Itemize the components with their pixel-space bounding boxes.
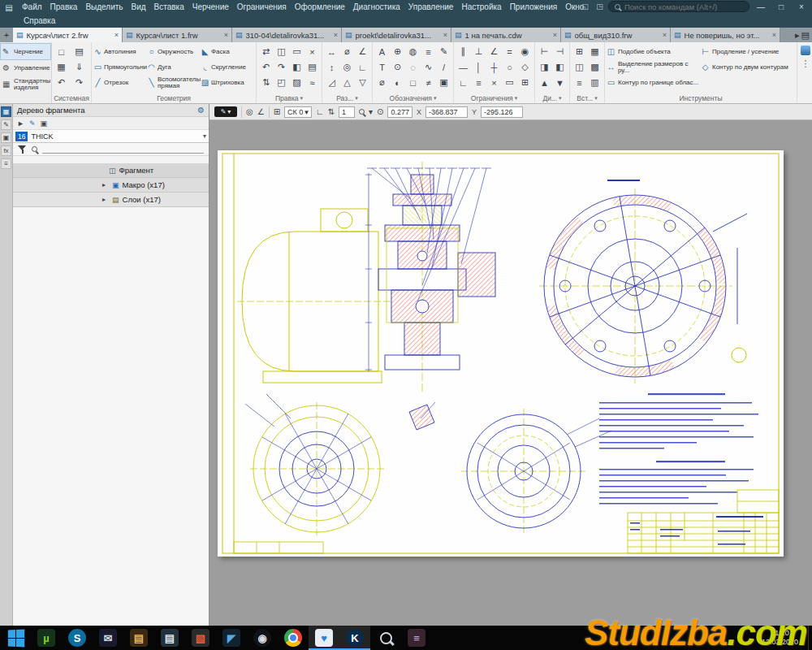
tab-close-icon[interactable]: × — [553, 31, 557, 39]
image-panel-icon[interactable]: ▣ — [1, 132, 11, 143]
small-section-detail[interactable] — [409, 402, 435, 430]
tool-icon[interactable]: ⇅ — [258, 75, 274, 90]
taskbar-steam[interactable]: ◉ — [247, 626, 278, 650]
menu-item-7[interactable]: Оформление — [291, 0, 349, 15]
tool-icon[interactable]: ◇ — [517, 59, 533, 75]
open-document-icon[interactable]: ▤ — [71, 44, 87, 59]
tool-icon[interactable]: ▲ — [537, 75, 552, 90]
tool-icon[interactable]: ⊕ — [390, 44, 405, 59]
tool-icon[interactable]: ∥ — [456, 44, 471, 59]
snap-icon[interactable]: ◎ — [246, 107, 253, 116]
document-tab[interactable]: ▤310-04\detalirovka31...× — [232, 28, 342, 42]
menu-item-3[interactable]: Вид — [127, 0, 150, 15]
mode-Стандартные изделия[interactable]: ▦Стандартные изделия — [1, 76, 50, 92]
tool-icon[interactable]: ▩ — [587, 59, 603, 75]
tab-close-icon[interactable]: × — [224, 31, 228, 39]
taskbar-skype[interactable]: S — [62, 626, 93, 650]
document-tab[interactable]: ▤1 на печать.cdw× — [451, 28, 561, 42]
new-document-icon[interactable]: □ — [54, 44, 69, 59]
tool-icon[interactable]: = — [502, 44, 517, 59]
tool-segment[interactable]: ╱Отрезок — [93, 75, 147, 90]
taskbar-chrome[interactable] — [278, 626, 309, 650]
tree-search-input[interactable] — [42, 145, 204, 154]
menu-item-11[interactable]: Приложения — [506, 0, 562, 15]
target-icon[interactable]: ⊙ — [377, 107, 383, 116]
gear-icon[interactable]: ⚙ — [197, 106, 205, 115]
menu-item-9[interactable]: Управление — [404, 0, 458, 15]
tab-close-icon[interactable]: × — [334, 31, 338, 39]
fx-panel-icon[interactable]: fx — [1, 145, 11, 156]
wheel-view-left[interactable] — [245, 394, 384, 535]
tool-icon[interactable]: ▭ — [502, 75, 517, 90]
taskbar-paint[interactable]: ▧ — [185, 626, 216, 650]
tool-hatch[interactable]: ▨Штриховка — [201, 75, 254, 90]
taskbar-mail-app[interactable]: ✉ — [93, 626, 123, 650]
group-dropdown-icon[interactable]: ▾ — [559, 95, 562, 102]
taskbar-winrar[interactable]: ≡ — [401, 626, 432, 650]
line-style-button[interactable]: ✎ ▾ — [214, 106, 237, 117]
tool-icon[interactable]: ⊥ — [471, 44, 486, 59]
tool-icon[interactable]: ○ — [502, 59, 517, 75]
taskbar-kompas[interactable]: K — [339, 626, 370, 650]
tool-icon[interactable]: ▥ — [587, 75, 603, 90]
tool-similar-object[interactable]: ◫Подобие объекта — [607, 44, 701, 59]
maximize-button[interactable]: □ — [772, 1, 790, 12]
tab-close-icon[interactable]: × — [443, 31, 447, 39]
layout-windows-icon[interactable]: ◱ — [579, 2, 591, 12]
taskbar-likes-app[interactable]: ♥ — [309, 626, 339, 650]
tab-close-icon[interactable]: × — [663, 31, 667, 39]
print-icon[interactable]: ▦ — [54, 59, 69, 75]
new-tab-button[interactable]: + — [0, 28, 13, 42]
tool-icon[interactable]: ∠ — [486, 44, 502, 59]
tool-icon[interactable]: │ — [471, 59, 486, 75]
tool-icon[interactable]: △ — [339, 75, 355, 90]
tool-icon[interactable]: ◎ — [339, 59, 355, 75]
tool-icon[interactable]: ↔ — [324, 44, 339, 59]
tool-icon[interactable]: ▭ — [289, 44, 304, 59]
tool-fillet[interactable]: ◟Скругление — [201, 59, 254, 75]
tool-icon[interactable]: ◐ — [390, 75, 405, 90]
menu-item-10[interactable]: Настройка — [457, 0, 505, 15]
taskbar-start[interactable] — [0, 626, 31, 650]
tool-icon[interactable]: ↕ — [324, 59, 339, 75]
more-icon[interactable]: ⋮ — [801, 58, 810, 69]
tool-icon[interactable]: A — [374, 44, 390, 59]
tool-arc[interactable]: ◠Дуга — [147, 59, 201, 75]
close-button[interactable]: × — [793, 1, 810, 12]
menu-item-8[interactable]: Диагностика — [349, 0, 404, 15]
tool-icon[interactable]: ◍ — [405, 44, 421, 59]
tool-icon[interactable]: ◨ — [537, 59, 552, 75]
tool-dimension-select[interactable]: ↔Выделение размеров с ру... — [607, 59, 701, 75]
command-search-input[interactable] — [624, 2, 743, 11]
tool-icon[interactable]: ◿ — [324, 75, 339, 90]
tool-icon[interactable]: ⊞ — [517, 75, 533, 90]
x-coordinate-field[interactable]: -368.837 — [425, 106, 468, 118]
mode-Управление[interactable]: ⚙Управление — [1, 60, 50, 76]
undo-icon[interactable]: ↶ — [54, 75, 69, 90]
grid-icon[interactable]: ⊞ — [274, 107, 280, 116]
tool-icon[interactable]: × — [486, 75, 502, 90]
angle-snap-icon[interactable]: ∠ — [257, 107, 265, 116]
menu-item-2[interactable]: Выделить — [81, 0, 127, 15]
tool-icon[interactable]: ◧ — [552, 59, 568, 75]
document-tab[interactable]: ▤общ_вид310.frw× — [561, 28, 671, 42]
tool-icon[interactable]: ⌀ — [339, 44, 355, 59]
zoom-icon[interactable] — [359, 109, 365, 115]
group-dropdown-icon[interactable]: ▾ — [355, 95, 358, 102]
save-icon[interactable]: ⇓ — [71, 59, 87, 75]
document-tab[interactable]: ▤Курсач\лист 1.frw× — [123, 28, 232, 42]
wheel-view-center[interactable] — [461, 409, 611, 534]
tool-icon[interactable]: ▼ — [552, 75, 568, 90]
tool-contour-two[interactable]: ◇Контур по двум контурам — [701, 59, 795, 75]
tool-contour-by-area[interactable]: ▭Контур по границе облас... — [607, 75, 701, 90]
document-tab[interactable]: ▤proekt\detalirovka31...× — [342, 28, 451, 42]
taskbar-search-app[interactable] — [370, 626, 401, 650]
minimize-button[interactable]: — — [752, 1, 770, 12]
group-dropdown-icon[interactable]: ▾ — [594, 95, 598, 102]
tree-search-icon[interactable] — [32, 146, 37, 152]
tool-autoline[interactable]: ∿Автолиния — [93, 44, 147, 59]
tool-icon[interactable]: ≡ — [421, 44, 436, 59]
select-tool-icon[interactable]: ► — [17, 119, 24, 128]
flange-circular-view[interactable] — [539, 180, 747, 384]
taskbar-folder[interactable]: ▤ — [123, 626, 154, 650]
